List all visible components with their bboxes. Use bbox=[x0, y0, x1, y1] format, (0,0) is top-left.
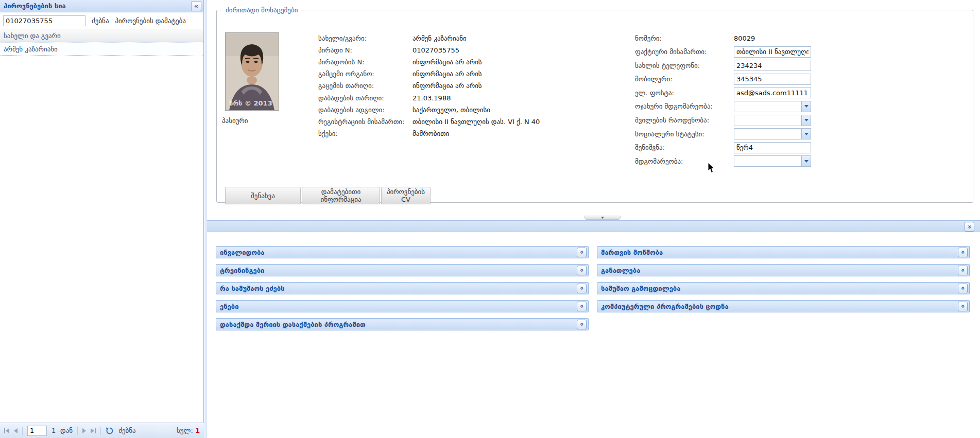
accordion-label: განათლება bbox=[601, 267, 958, 274]
field-value: 01027035755 bbox=[412, 46, 459, 54]
refresh-icon bbox=[106, 427, 114, 435]
accordion-label: ენები bbox=[220, 303, 577, 310]
person-status-label: პასიური bbox=[222, 117, 248, 125]
refresh-button[interactable] bbox=[106, 427, 114, 435]
select-trigger-button[interactable] bbox=[801, 129, 811, 139]
children-count-select[interactable] bbox=[734, 115, 811, 126]
accordion-computer-skills[interactable]: კომპიუტერული პროგრამების ცოდნა» bbox=[597, 300, 970, 312]
social-status-select[interactable] bbox=[734, 128, 811, 139]
accordion-expand-button[interactable]: » bbox=[958, 302, 968, 311]
actual-address-input[interactable] bbox=[734, 46, 811, 58]
email-input[interactable] bbox=[734, 87, 811, 98]
persons-list-header: პიროვნებების სია « bbox=[0, 0, 203, 12]
accordion-expand-button[interactable]: » bbox=[577, 284, 587, 293]
accordion-expand-button[interactable]: » bbox=[577, 266, 587, 275]
field-label: ნომერი: bbox=[635, 34, 734, 42]
field-row-personal-number: პირადი N:01027035755 bbox=[318, 44, 627, 56]
separator bbox=[100, 427, 101, 435]
chevron-down-icon bbox=[804, 160, 809, 165]
chevron-down-icon bbox=[804, 133, 809, 137]
field-label: შენიშვნა: bbox=[635, 144, 734, 151]
prev-page-button[interactable] bbox=[14, 428, 18, 433]
pager-search-button[interactable]: ძებნა bbox=[118, 427, 136, 434]
double-chevron-down-icon: » bbox=[959, 250, 966, 254]
accordion-expand-button[interactable]: » bbox=[577, 302, 587, 311]
field-label: სახლის ტელეფონი: bbox=[635, 62, 734, 69]
accordion-label: ტრეინინგები bbox=[220, 267, 577, 274]
page-number-input[interactable] bbox=[27, 426, 47, 436]
accordion-disability[interactable]: ინვალიდობა» bbox=[216, 246, 589, 258]
field-label: ელ. ფოსტა: bbox=[635, 89, 734, 97]
select-trigger-button[interactable] bbox=[801, 101, 811, 112]
field-row-issue-date: გაცემის თარიღი:ინფორმაცია არ არის bbox=[318, 80, 627, 92]
note-input[interactable] bbox=[734, 142, 811, 153]
search-button[interactable]: ძებნა bbox=[92, 17, 109, 25]
accordion-expand-button[interactable]: » bbox=[958, 248, 968, 257]
field-value: მამრობითი bbox=[412, 130, 449, 137]
double-chevron-left-icon: « bbox=[194, 2, 198, 10]
field-row-social-status: სოციალური სტატუსი: bbox=[635, 128, 954, 139]
portrait-image: სრს © 2013 bbox=[226, 33, 279, 110]
accordion-expand-button[interactable]: » bbox=[958, 266, 968, 275]
chevron-down-icon bbox=[804, 119, 809, 124]
select-trigger-button[interactable] bbox=[801, 115, 811, 126]
save-button[interactable]: შენახვა bbox=[225, 187, 301, 204]
field-row-gender: სქესი:მამრობითი bbox=[318, 128, 627, 139]
double-chevron-down-icon: » bbox=[578, 286, 584, 290]
main-data-fieldset: ძირითადი მონაცემები სრს © 2013 პასიური ს… bbox=[216, 6, 973, 203]
band-collapse-button[interactable]: » bbox=[965, 222, 974, 232]
double-chevron-down-icon: » bbox=[959, 304, 966, 308]
additional-info-button[interactable]: დამატებითი ინფორმაცია bbox=[302, 187, 380, 204]
field-value: ინფორმაცია არ არის bbox=[412, 58, 482, 66]
field-row-marital-status: ოჯახური მდგომარეობა: bbox=[635, 101, 954, 112]
home-phone-input[interactable] bbox=[734, 60, 811, 71]
accordion-driving-license[interactable]: მართვის მოწმობა» bbox=[597, 246, 970, 258]
accordion-work-experience[interactable]: სამუშაო გამოცდილება» bbox=[597, 282, 970, 294]
add-person-button[interactable]: პიროვნების დამატება bbox=[115, 17, 186, 25]
accordion-label: დასაქმდა მერიის დასაქმების პროგრამით bbox=[220, 321, 577, 328]
accordion-job-seeking[interactable]: რა სამუშაოს ეძებს» bbox=[216, 282, 589, 294]
double-chevron-down-icon: » bbox=[959, 286, 966, 290]
accordion-education[interactable]: განათლება» bbox=[597, 264, 970, 276]
person-cv-button[interactable]: პიროვნების CV bbox=[381, 187, 431, 204]
mobile-input[interactable] bbox=[734, 74, 811, 85]
collapse-panel-button[interactable]: « bbox=[191, 1, 201, 11]
double-chevron-down-icon: » bbox=[578, 304, 584, 308]
field-row-home-phone: სახლის ტელეფონი: bbox=[635, 60, 954, 71]
accordion-languages[interactable]: ენები» bbox=[216, 300, 589, 312]
splitter-collapse-grip[interactable] bbox=[584, 216, 621, 220]
double-chevron-down-icon: » bbox=[959, 268, 966, 272]
field-label: სქესი: bbox=[318, 130, 412, 137]
first-page-button[interactable] bbox=[4, 428, 9, 433]
next-page-button[interactable] bbox=[82, 428, 86, 433]
accordion-expand-button[interactable]: » bbox=[577, 320, 587, 329]
accordion-label: კომპიუტერული პროგრამების ცოდნა bbox=[601, 303, 958, 310]
fieldset-legend: ძირითადი მონაცემები bbox=[223, 6, 300, 14]
first-page-icon bbox=[4, 428, 5, 433]
last-page-button[interactable] bbox=[91, 428, 96, 433]
accordion-employed-by-city-program[interactable]: დასაქმდა მერიის დასაქმების პროგრამით» bbox=[216, 318, 589, 330]
person-row[interactable]: არმენ კაზარიანი bbox=[0, 42, 203, 56]
field-row-email: ელ. ფოსტა: bbox=[635, 87, 954, 98]
accordion-expand-button[interactable]: » bbox=[958, 284, 968, 293]
accordion-expand-button[interactable]: » bbox=[577, 248, 587, 257]
accordion-trainings[interactable]: ტრეინინგები» bbox=[216, 264, 589, 276]
field-label: დაბადების ადგილი: bbox=[318, 106, 412, 114]
photo-watermark: სრს © 2013 bbox=[229, 99, 272, 107]
field-row-actual-address: ფაქტიური მისამართი: bbox=[635, 46, 954, 58]
field-value: ინფორმაცია არ არის bbox=[412, 82, 482, 90]
grid-column-header[interactable]: სახელი და გვარი bbox=[0, 29, 203, 42]
next-page-icon bbox=[82, 428, 86, 433]
chevron-down-icon bbox=[804, 105, 809, 110]
field-label: მდგომარეობა: bbox=[635, 157, 734, 165]
marital-status-select[interactable] bbox=[734, 101, 811, 112]
search-input[interactable] bbox=[3, 15, 85, 26]
person-contact-fields: ნომერი:80029ფაქტიური მისამართი:სახლის ტე… bbox=[635, 32, 954, 169]
field-row-children-count: შვილების რაოდენობა: bbox=[635, 115, 954, 126]
status-select[interactable] bbox=[734, 155, 811, 167]
horizontal-splitter[interactable] bbox=[207, 215, 980, 220]
select-trigger-button[interactable] bbox=[801, 156, 811, 166]
collapsed-panel-bar: » bbox=[207, 220, 980, 232]
field-row-id-card-number: პირადობის N:ინფორმაცია არ არის bbox=[318, 56, 627, 68]
field-row-status: მდგომარეობა: bbox=[635, 155, 954, 167]
